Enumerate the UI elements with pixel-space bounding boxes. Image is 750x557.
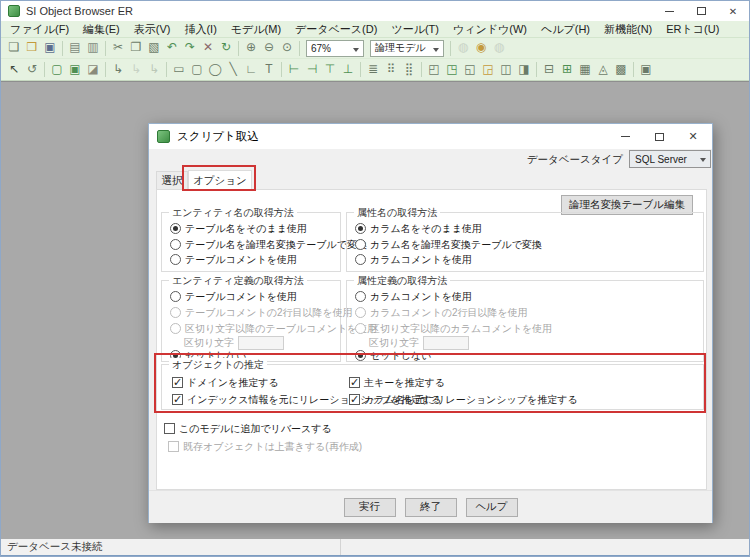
same-size-icon[interactable]: ≣ [364, 61, 382, 79]
zoom-fit-icon[interactable]: ⊙ [278, 39, 296, 57]
dialog-minimize-button[interactable] [608, 124, 642, 149]
new-file-icon[interactable]: ❏ [5, 39, 23, 57]
radio-label[interactable]: カラム名を論理名変換テーブルで変換 [370, 238, 542, 252]
radio-column-comment[interactable] [355, 254, 366, 265]
save-icon[interactable]: ▣ [41, 39, 59, 57]
refresh-icon[interactable]: ↻ [217, 39, 235, 57]
line-tool-icon[interactable]: ╲ [224, 61, 242, 79]
copy-icon[interactable]: ❐ [127, 39, 145, 57]
align-top-icon[interactable]: ⊤ [321, 61, 339, 79]
checkbox-infer-relationship-column[interactable] [349, 394, 360, 405]
nav-forward-icon[interactable]: ◍ [490, 39, 508, 57]
menu-item[interactable]: データベース(D) [288, 20, 384, 39]
menu-item[interactable]: ツール(T) [384, 20, 446, 39]
paste-icon[interactable]: ▧ [145, 39, 163, 57]
radio-label[interactable]: テーブル名をそのまま使用 [185, 222, 307, 236]
menu-item[interactable]: 表示(V) [127, 20, 178, 39]
view-tool-icon[interactable]: ▣ [66, 61, 84, 79]
relation-non-identifying-icon[interactable]: ↳ [127, 61, 145, 79]
relation-many-icon[interactable]: ↳ [145, 61, 163, 79]
menu-item[interactable]: 編集(E) [76, 20, 127, 39]
align-bottom-icon[interactable]: ⊥ [339, 61, 357, 79]
radio-label[interactable]: セットしない [370, 349, 431, 363]
maximize-button[interactable] [685, 1, 717, 21]
dialog-close-button[interactable]: ✕ [676, 124, 710, 149]
db-type-select[interactable]: SQL Server [629, 150, 711, 168]
minimize-button[interactable] [653, 1, 685, 21]
ellipse-tool-icon[interactable]: ◯ [206, 61, 224, 79]
menu-item[interactable]: ウィンドウ(W) [446, 20, 534, 39]
help-tool-icon[interactable]: ◬ [594, 61, 612, 79]
new-window-icon[interactable]: ▣ [637, 61, 655, 79]
align-right-icon[interactable]: ⊣ [303, 61, 321, 79]
help-button[interactable]: ヘルプ [466, 498, 518, 517]
close-button[interactable]: ✕ [717, 1, 749, 21]
memo-tool-icon[interactable]: ▩ [612, 61, 630, 79]
grid-show-icon[interactable]: ⣿ [400, 61, 418, 79]
menu-item[interactable]: 新機能(N) [597, 20, 659, 39]
polyline-tool-icon[interactable]: ∟ [242, 61, 260, 79]
radio-label[interactable]: テーブルコメントを使用 [185, 253, 297, 267]
report-icon[interactable]: ◨ [515, 61, 533, 79]
ole-object-icon[interactable]: ▦ [576, 61, 594, 79]
checkbox-label[interactable]: このモデルに追加でリバースする [179, 422, 332, 436]
tab-option[interactable]: オプション [188, 170, 252, 191]
pan-icon[interactable]: ↺ [23, 61, 41, 79]
checkbox-label[interactable]: カラム名を元にリレーションシップを推定する [364, 393, 578, 407]
run-button[interactable]: 実行 [344, 498, 396, 517]
db-connect-icon[interactable]: ⊟ [540, 61, 558, 79]
radio-label[interactable]: テーブルコメントを使用 [185, 290, 297, 304]
radio-label[interactable]: カラムコメントを使用 [370, 290, 472, 304]
dialog-maximize-button[interactable] [642, 124, 676, 149]
align-left-icon[interactable]: ⊢ [285, 61, 303, 79]
radio-attr-column-comment[interactable] [355, 291, 366, 302]
menu-item[interactable]: ヘルプ(H) [534, 20, 597, 39]
checkbox-reverse-append[interactable] [164, 423, 175, 434]
zoom-level-select[interactable]: 67% [306, 40, 364, 57]
grid-snap-icon[interactable]: ⠿ [382, 61, 400, 79]
menu-item[interactable]: モデル(M) [224, 20, 288, 39]
select-cursor-icon[interactable]: ↖ [5, 61, 23, 79]
checkbox-label[interactable]: ドメインを推定する [187, 376, 279, 390]
radio-label[interactable]: カラム名をそのまま使用 [370, 222, 482, 236]
zoom-in-icon[interactable]: ⊕ [242, 39, 260, 57]
checkbox-infer-relationship-index[interactable] [172, 394, 183, 405]
script-export-icon[interactable]: ◳ [443, 61, 461, 79]
checkbox-infer-domain[interactable] [172, 377, 183, 388]
domain-tool-icon[interactable]: ◪ [84, 61, 102, 79]
relation-identifying-icon[interactable]: ↳ [109, 61, 127, 79]
cut-icon[interactable]: ✂ [109, 39, 127, 57]
print-preview-icon[interactable]: ▥ [84, 39, 102, 57]
radio-table-name-asis[interactable] [170, 223, 181, 234]
redo-icon[interactable]: ↷ [181, 39, 199, 57]
db-export-icon[interactable]: ◲ [479, 61, 497, 79]
exit-button[interactable]: 終了 [405, 498, 457, 517]
zoom-out-icon[interactable]: ⊖ [260, 39, 278, 57]
radio-column-name-asis[interactable] [355, 223, 366, 234]
nav-back-icon[interactable]: ◍ [454, 39, 472, 57]
nav-model-icon[interactable]: ◉ [472, 39, 490, 57]
radio-label[interactable]: カラムコメントを使用 [370, 253, 472, 267]
entity-tool-icon[interactable]: ▢ [48, 61, 66, 79]
delete-icon[interactable]: ✕ [199, 39, 217, 57]
tab-select[interactable]: 選択 [156, 171, 188, 190]
menu-item[interactable]: 挿入(I) [177, 20, 223, 39]
menu-item[interactable]: ファイル(F) [3, 20, 76, 39]
checkbox-infer-primary-key[interactable] [349, 377, 360, 388]
menu-item[interactable]: ERトコ(U) [659, 20, 726, 39]
print-icon[interactable]: ▤ [66, 39, 84, 57]
open-folder-icon[interactable]: ❒ [23, 39, 41, 57]
rounded-rect-tool-icon[interactable]: ▢ [188, 61, 206, 79]
model-compare-icon[interactable]: ◫ [497, 61, 515, 79]
radio-column-name-convert[interactable] [355, 239, 366, 250]
radio-table-name-convert[interactable] [170, 239, 181, 250]
text-tool-icon[interactable]: T [260, 61, 278, 79]
model-type-select[interactable]: 論理モデル [370, 40, 444, 57]
script-import-icon[interactable]: ◰ [425, 61, 443, 79]
rectangle-tool-icon[interactable]: ▭ [170, 61, 188, 79]
db-import-icon[interactable]: ◱ [461, 61, 479, 79]
checkbox-label[interactable]: 主キーを推定する [364, 376, 445, 390]
radio-attr-not-set[interactable] [355, 350, 366, 361]
radio-table-comment[interactable] [170, 254, 181, 265]
radio-label[interactable]: テーブル名を論理名変換テーブルで変換 [185, 238, 367, 252]
